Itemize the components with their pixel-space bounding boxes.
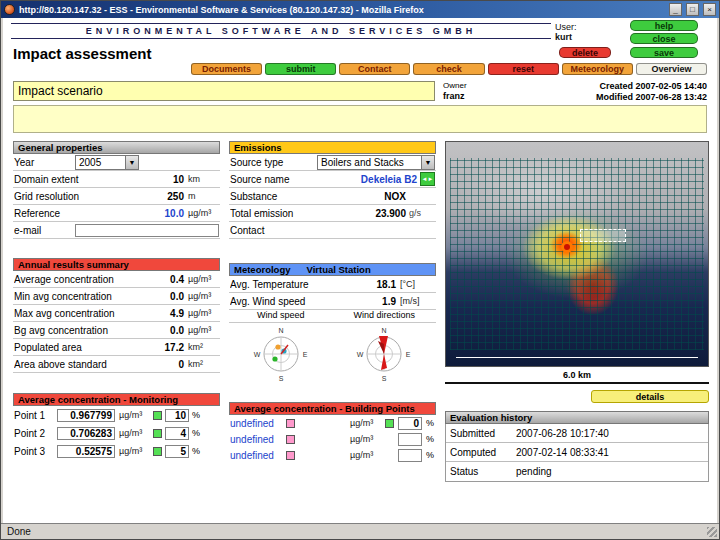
documents-button[interactable]: Documents (191, 63, 262, 75)
field-label: Avg. Temperature (230, 279, 347, 290)
wind-direction-rose-label: Wind directions (333, 310, 437, 322)
percent-sign: % (426, 450, 435, 460)
year-select[interactable]: 2005 ▼ (75, 155, 139, 170)
close-button[interactable]: close (630, 33, 698, 44)
contact-button[interactable]: Contact (339, 63, 410, 75)
check-button[interactable]: check (413, 63, 484, 75)
scenario-name-input[interactable] (13, 81, 435, 101)
status-text: Done (7, 526, 31, 537)
rose-labels: Wind speed Wind directions (229, 310, 436, 323)
point-percent (398, 449, 422, 462)
speed-dot-green (272, 356, 277, 361)
unit-label: km² (187, 342, 219, 352)
divider (11, 38, 551, 39)
source-name-link[interactable]: Dekeleia B2 (337, 174, 417, 185)
unit-label: µg/m³ (187, 208, 219, 218)
status-swatch-pink (286, 419, 295, 428)
table-row: undefined µg/m³ % (229, 431, 436, 447)
compass-east-label: E (406, 351, 411, 358)
field-label: Source name (230, 174, 334, 185)
delete-button[interactable]: delete (559, 47, 611, 58)
owner-label: Owner (443, 81, 467, 91)
table-row: Grid resolution 250 m (13, 188, 220, 205)
status-swatch-pink (286, 435, 295, 444)
table-row: Source type Boilers and Stacks ▼ (229, 154, 436, 171)
result-label: Populated area (14, 342, 125, 353)
maximize-button[interactable]: □ (686, 3, 699, 16)
building-point-link[interactable]: undefined (230, 434, 282, 445)
building-points-panel: Average concentration - Building Points … (229, 402, 436, 463)
field-label: Contact (230, 225, 435, 236)
field-value: 250 (128, 191, 184, 202)
status-swatch-green (153, 447, 162, 456)
panel-title: Meteorology (234, 264, 290, 275)
reset-button[interactable]: reset (488, 63, 559, 75)
result-value: 0 (128, 359, 184, 370)
point-percent: 0 (398, 417, 422, 430)
table-row: Reference 10.0 µg/m³ (13, 205, 220, 222)
submit-button[interactable]: submit (265, 63, 336, 75)
table-row: Avg. Temperature 18.1 [°C] (229, 276, 436, 293)
panel-header: Average concentration - Monitoring (13, 393, 220, 406)
point-value: 0.52575 (57, 445, 115, 458)
emissions-panel: Emissions Source type Boilers and Stacks… (229, 141, 436, 239)
temperature-value: 18.1 (350, 279, 396, 290)
middle-column: Emissions Source type Boilers and Stacks… (229, 141, 436, 463)
compass-north-label: N (278, 327, 283, 334)
overview-button[interactable]: Overview (636, 63, 707, 75)
table-row: Source name Dekeleia B2 ◄► (229, 171, 436, 188)
details-button[interactable]: details (591, 390, 709, 403)
field-label: Grid resolution (14, 191, 125, 202)
map-scale-label: 6.0 km (445, 369, 709, 384)
help-button[interactable]: help (630, 20, 698, 31)
year-label: Year (14, 157, 72, 168)
company-name: Environmental Software and Services GmbH (11, 26, 551, 36)
right-column: 6.0 km details Evaluation history Submit… (445, 141, 709, 482)
map-scale-line (456, 357, 697, 358)
source-name-stepper-icon[interactable]: ◄► (420, 172, 435, 186)
total-emission-value: 23.900 (326, 208, 406, 219)
email-field[interactable] (75, 224, 219, 237)
resize-grip[interactable] (707, 527, 717, 537)
point-label: Point 3 (14, 446, 54, 457)
reference-value[interactable]: 10.0 (128, 208, 184, 219)
page-content: Environmental Software and Services GmbH… (3, 18, 717, 523)
close-window-button[interactable]: × (703, 3, 716, 16)
table-row: undefined µg/m³ % (229, 447, 436, 463)
monitoring-panel: Average concentration - Monitoring Point… (13, 393, 220, 460)
concentration-map[interactable] (445, 141, 709, 367)
compass-south-label: S (382, 375, 387, 382)
building-point-link[interactable]: undefined (230, 418, 282, 429)
unit-label: µg/m³ (349, 450, 381, 460)
building-point-link[interactable]: undefined (230, 450, 282, 461)
source-type-select[interactable]: Boilers and Stacks ▼ (317, 155, 435, 170)
history-value: 2007-02-14 08:33:41 (516, 447, 609, 458)
table-row: Substance NOX (229, 188, 436, 205)
scenario-description-textarea[interactable] (13, 105, 707, 133)
wind-direction-rose-chart: N S W E (355, 323, 413, 383)
email-label: e-mail (14, 225, 72, 236)
result-label: Area above standard (14, 359, 125, 370)
history-label: Submitted (450, 428, 516, 439)
table-row: Populated area 17.2 km² (13, 339, 220, 356)
user-name: kurt (555, 32, 577, 42)
unit-label: µg/m³ (187, 274, 219, 284)
status-swatch-green (153, 429, 162, 438)
field-label: Source type (230, 157, 314, 168)
meteorology-button[interactable]: Meteorology (562, 63, 633, 75)
divider (11, 23, 551, 24)
chevron-down-icon: ▼ (125, 156, 138, 169)
unit-label: µg/m³ (118, 410, 150, 420)
unit-label: km (187, 174, 219, 184)
firefox-icon (4, 4, 15, 15)
compass-east-label: E (302, 351, 307, 358)
wind-speed-rose-label: Wind speed (229, 310, 333, 322)
minimize-button[interactable]: _ (669, 3, 682, 16)
unit-label: km² (187, 359, 219, 369)
save-button[interactable]: save (630, 47, 698, 58)
result-label: Average concentration (14, 274, 125, 285)
map-source-marker (561, 241, 573, 253)
result-value: 0.0 (128, 325, 184, 336)
wind-roses: N S W E (229, 323, 436, 383)
left-column: General properties Year 2005 ▼ Domain ex… (13, 141, 220, 460)
